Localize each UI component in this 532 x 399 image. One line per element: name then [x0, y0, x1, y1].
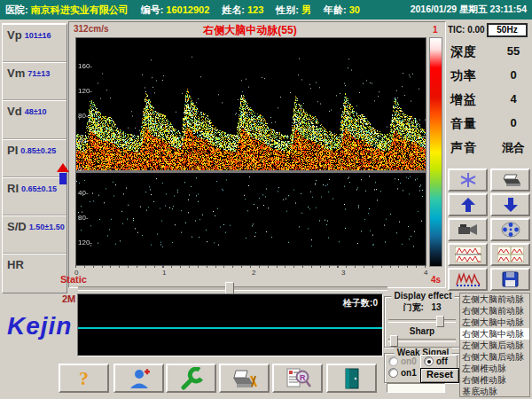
exit-door-icon [343, 367, 361, 390]
tcd-application-window: 医院:南京科进实业有限公司 编号:16012902 姓名:123 性别:男 年龄… [0, 0, 532, 399]
radio-circle [388, 356, 398, 366]
patient-id-value: 16012902 [166, 4, 209, 15]
report-magnifier-icon: R [285, 367, 311, 390]
mmode-label: 2M [62, 293, 75, 304]
gain-row: 增益4 [448, 92, 530, 112]
vessel-item[interactable]: 右侧椎动脉 [460, 374, 529, 386]
exit-button[interactable] [326, 364, 377, 393]
reset-button[interactable]: Reset [420, 368, 459, 383]
age-value: 30 [349, 4, 360, 15]
arrow-down-icon [503, 198, 519, 213]
help-icon: ? [79, 367, 89, 390]
settings-button[interactable] [166, 364, 216, 393]
video-camera-icon [458, 222, 479, 238]
frequency-button[interactable]: 50Hz [487, 23, 528, 37]
sharp-slider-handle[interactable] [390, 335, 398, 347]
gate-width-row: 门宽: 13 [384, 301, 460, 314]
vessel-item[interactable]: 基底动脉 [460, 386, 529, 397]
power-row: 功率0 [448, 68, 530, 88]
y-tick: 80- [78, 215, 89, 222]
param-vm: Vm71±13 [3, 62, 66, 100]
wrench-icon [178, 367, 205, 390]
save-button[interactable] [490, 268, 530, 291]
report-button[interactable]: R [272, 364, 323, 393]
record-button[interactable] [490, 218, 530, 241]
mmode-trace-line [78, 327, 382, 329]
measurement-panel: Vp101±16 Vm71±13 Vd48±10 PI0.85±0.25 RI0… [2, 23, 67, 293]
doppler-spectrum-display: 160- 120- 80- 40- 0- 40- 80- 120- [75, 37, 426, 266]
patient-info-icon [127, 367, 152, 390]
patient-id-label: 编号: [141, 4, 164, 17]
y-tick: 120- [78, 88, 92, 95]
video-button[interactable] [448, 218, 488, 241]
arrow-up-icon [460, 198, 476, 213]
y-tick: 40- [78, 190, 89, 197]
param-vd: Vd48±10 [3, 100, 66, 138]
y-tick: 0- [78, 166, 84, 173]
titlebar: 医院:南京科进实业有限公司 编号:16012902 姓名:123 性别:男 年龄… [0, 0, 532, 20]
patient-info-button[interactable] [113, 364, 164, 393]
hospital-label: 医院: [5, 4, 28, 17]
freeze-button[interactable] [448, 168, 488, 192]
gate-slider-track[interactable] [388, 319, 456, 323]
colorbar-top-label: 1 [433, 25, 438, 35]
y-tick: 160- [78, 63, 92, 70]
status-field [387, 383, 445, 393]
gender-label: 性别: [276, 4, 299, 17]
svg-text:R: R [300, 373, 306, 382]
gate-width-value: 13 [432, 302, 442, 312]
vessel-item[interactable]: 左侧椎动脉 [460, 363, 529, 374]
vessel-item[interactable]: 左侧大脑中动脉 [460, 317, 529, 328]
monitor-scroll-handle[interactable] [225, 282, 234, 294]
vessel-item[interactable]: 左侧大脑前动脉 [460, 293, 529, 305]
age-label: 年龄: [324, 4, 347, 17]
dual-spectrum-icon [455, 246, 481, 262]
param-hr: HR [3, 254, 66, 292]
display-effect-title: Display effect [391, 291, 454, 301]
help-button[interactable]: ? [59, 364, 109, 393]
vessel-item[interactable]: 右侧大脑前动脉 [460, 305, 529, 317]
save-floppy-icon [502, 271, 519, 287]
radio-on1[interactable]: on1 [388, 368, 417, 378]
x-tick: 2 [252, 269, 255, 277]
scroll-up-button[interactable] [448, 193, 488, 216]
vessel-item[interactable]: 左侧大脑后动脉 [460, 340, 529, 351]
dual-display-button[interactable] [448, 243, 488, 266]
print-setup-button[interactable] [219, 364, 270, 393]
datetime: 2016/01/29 星期五 23:11:54 [411, 4, 527, 16]
sound-row: 声音混合 [448, 140, 530, 160]
quad-spectrum-icon [497, 246, 524, 262]
spectrum-icon [456, 271, 481, 287]
spectrum-display-button[interactable] [448, 268, 488, 291]
scroll-down-button[interactable] [490, 193, 530, 216]
volume-row: 音量0 [448, 116, 530, 136]
baseline-indicator-icon[interactable] [57, 163, 69, 186]
x-tick: 4 [424, 269, 427, 277]
tic-value: TIC: 0.00 [448, 25, 485, 35]
param-vp: Vp101±16 [3, 24, 66, 62]
radio-off[interactable]: off [424, 356, 448, 366]
param-sd: S/D1.50±1.50 [3, 215, 66, 254]
x-tick: 1 [162, 269, 166, 277]
brand-logo: Kejin [7, 312, 72, 340]
printer-icon [500, 172, 521, 188]
embolus-count: 栓子数:0 [343, 297, 378, 309]
radio-on0[interactable]: on0 [388, 356, 417, 366]
vessel-item[interactable]: 右侧大脑中动脉 [460, 328, 529, 340]
depth-row: 深度55 [448, 44, 530, 64]
quad-display-button[interactable] [490, 243, 530, 266]
printer-tools-icon [231, 367, 259, 390]
patient-name-label: 姓名: [222, 4, 245, 17]
gate-width-label: 门宽: [403, 302, 423, 312]
static-mode-label: Static [60, 274, 87, 285]
intensity-colorbar [429, 37, 442, 267]
time-end-label: 4s [431, 275, 441, 285]
vessel-item[interactable]: 右侧大脑后动脉 [460, 351, 529, 363]
freeze-icon [458, 172, 478, 188]
print-button[interactable] [490, 168, 530, 192]
patient-name-value: 123 [247, 4, 263, 15]
sharp-slider-track[interactable] [388, 339, 456, 342]
y-tick: 80- [78, 113, 89, 120]
y-tick: 120- [78, 239, 92, 246]
radio-circle [388, 368, 398, 378]
